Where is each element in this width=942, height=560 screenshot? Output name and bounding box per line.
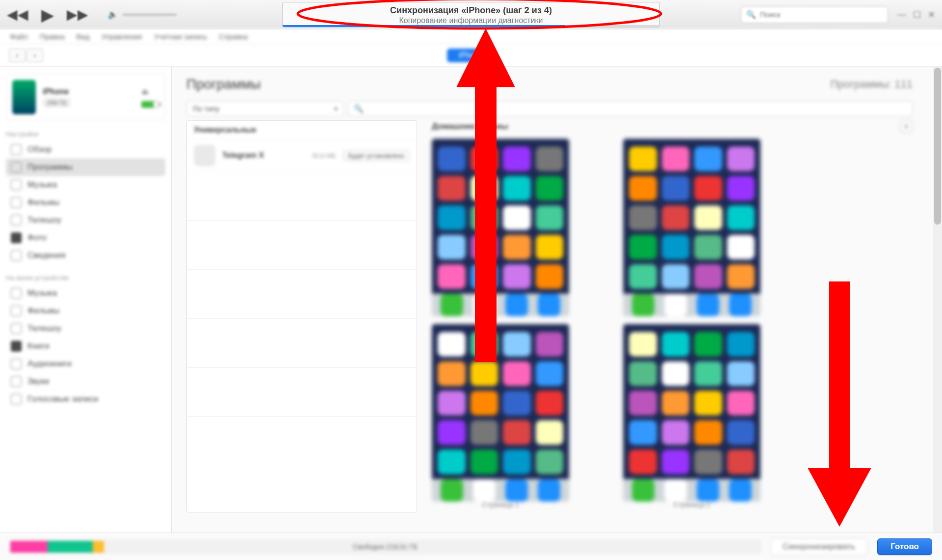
apps-search[interactable]: 🔍 [348, 101, 913, 116]
app-tile [727, 332, 755, 356]
app-tile [471, 361, 498, 386]
sync-progress-bar [283, 25, 659, 27]
volume-control[interactable]: 🔈 [108, 10, 177, 19]
music-icon [11, 288, 22, 299]
sidebar-item-music[interactable]: Музыка [6, 176, 165, 194]
menu-help[interactable]: Справка [219, 32, 248, 41]
eject-icon[interactable]: ⏏ [141, 87, 149, 96]
menu-account[interactable]: Учетная запись [154, 32, 207, 41]
app-row-empty [187, 172, 417, 196]
voice-icon [11, 394, 22, 405]
device-name: iPhone [43, 87, 134, 96]
app-row-empty [187, 270, 417, 294]
sidebar-item-apps[interactable]: Программы [6, 158, 165, 176]
prev-button[interactable]: ◀◀ [7, 6, 28, 23]
next-button[interactable]: ▶▶ [67, 6, 88, 23]
app-tile [727, 176, 755, 201]
sync-button[interactable]: Синхронизировать [770, 538, 867, 555]
app-tile [727, 450, 755, 474]
sidebar-item-movies[interactable]: Фильмы [6, 194, 165, 211]
menu-edit[interactable]: Правка [40, 32, 65, 41]
sort-select[interactable]: По типу [186, 101, 343, 116]
app-row[interactable]: Telegram X 50,6 МБ Будет установлено [187, 140, 417, 172]
nav-forward-button[interactable]: › [26, 49, 43, 62]
app-tile [536, 147, 564, 171]
sidebar-item-photos[interactable]: Фото [6, 229, 165, 247]
sidebar-item-dev-tvshows[interactable]: Телешоу [6, 320, 165, 337]
movies-icon [11, 305, 22, 316]
footer-bar: Свободно 218,01 ГБ Синхронизировать Гото… [0, 533, 942, 560]
menu-controls[interactable]: Управление [102, 32, 142, 41]
app-action-button[interactable]: Будет установлено [343, 150, 410, 161]
app-tile [438, 332, 466, 356]
sidebar-item-label: Аудиокниги [27, 359, 72, 369]
nav-back-button[interactable]: ‹ [9, 49, 26, 62]
sidebar-item-label: Телешоу [27, 324, 61, 333]
sync-status-title: Синхронизация «iPhone» (шаг 2 из 4) [390, 5, 552, 16]
dock-app-icon [505, 294, 528, 316]
app-tile [662, 361, 690, 386]
app-tile [471, 235, 498, 259]
tv-icon [11, 215, 22, 226]
device-card[interactable]: iPhone 256 ГБ ⏏ [6, 74, 165, 121]
sidebar-item-label: Фото [27, 233, 47, 243]
scrollbar-thumb[interactable] [934, 68, 941, 225]
capacity-bar[interactable]: Свободно 218,01 ГБ [10, 540, 760, 553]
search-icon: 🔍 [354, 104, 364, 113]
app-tile [727, 147, 755, 171]
sidebar-item-dev-music[interactable]: Музыка [6, 284, 165, 302]
app-tile [536, 450, 564, 474]
sidebar-item-label: Сведения [27, 251, 66, 260]
app-tile [629, 147, 657, 171]
sync-progress-fill [283, 25, 565, 27]
home-screen-preview[interactable] [623, 324, 760, 501]
home-screen-preview[interactable] [432, 324, 569, 501]
volume-slider[interactable] [123, 14, 177, 16]
volume-icon: 🔈 [108, 10, 118, 19]
sidebar-item-dev-audiobooks[interactable]: Аудиокниги [6, 355, 165, 373]
add-screen-button[interactable]: + [900, 120, 913, 133]
app-tile [438, 361, 466, 386]
sidebar-item-tvshows[interactable]: Телешоу [6, 211, 165, 229]
minimize-button[interactable]: — [897, 9, 906, 20]
app-tile [727, 264, 755, 289]
app-tile [629, 450, 657, 474]
sidebar-item-dev-voice[interactable]: Голосовые записи [6, 390, 165, 408]
sidebar-item-info[interactable]: Сведения [6, 247, 165, 264]
sort-select-value: По типу [193, 104, 219, 113]
app-tile [694, 361, 722, 386]
close-button[interactable]: ✕ [928, 9, 935, 20]
app-tile [503, 147, 531, 171]
done-button[interactable]: Готово [877, 538, 932, 555]
app-tile [629, 235, 657, 259]
dock-app-icon [473, 294, 496, 316]
home-screen-preview[interactable] [432, 139, 569, 315]
menu-file[interactable]: Файл [10, 32, 28, 41]
app-tile [503, 205, 531, 230]
sidebar-item-dev-books[interactable]: Книги [6, 337, 165, 355]
dock-app-icon [729, 479, 752, 502]
sidebar-item-dev-sounds[interactable]: Звуки [6, 373, 165, 390]
app-tile [662, 420, 690, 445]
photos-icon [11, 232, 22, 243]
search-field[interactable]: 🔍 [741, 6, 888, 23]
capacity-seg-other [48, 541, 93, 553]
menu-view[interactable]: Вид [77, 32, 90, 41]
home-screen-preview[interactable] [623, 139, 760, 315]
body-region: iPhone 256 ГБ ⏏ Настройки Обзор Программ… [0, 67, 942, 533]
app-tile [503, 361, 531, 386]
scrollbar[interactable] [933, 67, 942, 533]
search-input[interactable] [760, 10, 883, 19]
maximize-button[interactable]: ☐ [913, 9, 921, 20]
sidebar: iPhone 256 ГБ ⏏ Настройки Обзор Программ… [0, 67, 172, 533]
sidebar-item-dev-movies[interactable]: Фильмы [6, 302, 165, 320]
play-button[interactable]: ▶ [41, 5, 54, 25]
app-tile [727, 205, 755, 230]
app-tile [536, 176, 564, 201]
search-icon: 🔍 [746, 10, 756, 19]
app-tile [727, 361, 755, 386]
device-pill[interactable]: iPhone [447, 49, 495, 62]
sidebar-item-overview[interactable]: Обзор [6, 141, 165, 158]
dock-app-icon [473, 479, 496, 502]
app-tile [694, 205, 722, 230]
